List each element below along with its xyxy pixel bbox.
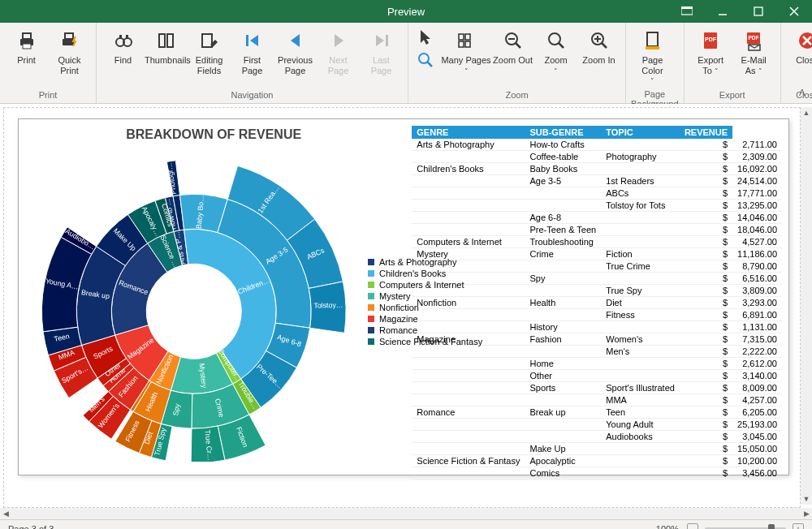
- vertical-scrollbar[interactable]: ▲ ▼: [801, 107, 812, 505]
- maximize-window-button[interactable]: [741, 0, 776, 23]
- close-preview-button[interactable]: Close: [786, 26, 812, 67]
- cell-topic: [601, 139, 680, 151]
- legend-swatch: [368, 316, 374, 322]
- cell-topic: Men's: [601, 346, 680, 358]
- close-red-icon: [786, 28, 812, 54]
- cell-subgenre: Pre-Teen & Teen: [525, 224, 601, 236]
- many-pages-button[interactable]: Many Pages ˅: [441, 26, 491, 77]
- currency-symbol: $: [680, 175, 732, 187]
- ribbon-group-label: Navigation: [102, 88, 403, 103]
- cell-subgenre: Age 3-5: [525, 175, 601, 187]
- next-page-button[interactable]: Next Page: [317, 26, 360, 77]
- page-color-button[interactable]: Page Color ˅: [631, 26, 674, 88]
- revenue-value: 25,193.00: [732, 419, 782, 431]
- ribbon-group-zoom: Many Pages ˅Zoom OutZoom ˅Zoom InZoom: [408, 23, 626, 103]
- cell-genre: Romance: [412, 406, 525, 419]
- scroll-up-icon[interactable]: ▲: [801, 107, 812, 118]
- currency-symbol: $: [680, 139, 732, 151]
- table-row: Age 6-8$14,046.00: [412, 212, 782, 224]
- revenue-value: 3,456.00: [732, 467, 782, 480]
- cell-topic: Diet: [601, 297, 680, 309]
- zoom-button[interactable]: Zoom ˅: [534, 26, 577, 77]
- print-button[interactable]: Print: [5, 26, 48, 67]
- zoom-plus-button[interactable]: +: [793, 523, 804, 530]
- find-button[interactable]: Find: [102, 26, 145, 67]
- cell-subgenre: Fashion: [525, 333, 601, 346]
- ribbon-button-label: Thumbnails: [145, 55, 188, 66]
- table-row: Science Fiction & FantasyApocalyptic$10,…: [412, 455, 782, 467]
- zoom-in-button[interactable]: Zoom In: [577, 26, 620, 67]
- ribbon-button-label: Editing Fields: [188, 55, 231, 75]
- printer-bolt-icon: [48, 28, 91, 54]
- legend-item: Magazine: [368, 314, 482, 324]
- legend-label: Science Fiction & Fantasy: [379, 337, 482, 346]
- chart-legend: Arts & PhotographyChildren's BooksComput…: [368, 257, 482, 348]
- ribbon-button-label: Print: [5, 55, 48, 66]
- horizontal-scrollbar[interactable]: ◀ ▶: [0, 508, 812, 519]
- cell-genre: [412, 419, 525, 431]
- last-page-button[interactable]: Last Page: [360, 26, 403, 77]
- zoom-icon: [534, 28, 577, 54]
- cell-genre: [412, 467, 525, 480]
- scroll-down-icon[interactable]: ▼: [801, 493, 812, 505]
- cell-subgenre: [525, 200, 601, 212]
- svg-line-30: [559, 43, 564, 48]
- revenue-value: 2,612.00: [732, 358, 782, 370]
- table-row: Arts & PhotographyHow-to Crafts$2,711.00: [412, 139, 782, 151]
- thumbnails-button[interactable]: Thumbnails: [145, 26, 188, 67]
- scroll-left-icon[interactable]: ◀: [0, 510, 11, 518]
- status-bar: Page 3 of 3 100% − +: [0, 519, 812, 529]
- quick-print-button[interactable]: Quick Print: [48, 26, 91, 77]
- currency-symbol: $: [680, 297, 732, 309]
- cell-subgenre: Age 6-8: [525, 212, 601, 224]
- ribbon-display-options-button[interactable]: [669, 0, 705, 23]
- table-row: Children's BooksBaby Books$16,092.00: [412, 163, 782, 175]
- revenue-value: 2,222.00: [732, 346, 782, 358]
- legend-label: Children's Books: [379, 269, 446, 278]
- cell-subgenre: Apocalyptic: [525, 455, 601, 467]
- title-bar: Preview: [0, 0, 812, 23]
- cell-topic: MMA: [601, 394, 680, 406]
- pointer-tool-button[interactable]: [413, 26, 438, 49]
- cell-genre: [412, 175, 525, 187]
- ribbon-button-label: Next Page: [317, 55, 360, 75]
- email-as-button[interactable]: PDFE-Mail As ˅: [732, 26, 775, 77]
- svg-rect-22: [459, 34, 464, 40]
- cell-subgenre: History: [525, 321, 601, 333]
- revenue-value: 6,205.00: [732, 406, 782, 419]
- next-icon: [317, 28, 360, 54]
- cell-topic: ABCs: [601, 187, 680, 200]
- currency-symbol: $: [680, 212, 732, 224]
- svg-rect-7: [23, 33, 31, 39]
- ribbon-button-label: Zoom In: [577, 55, 620, 66]
- close-window-button[interactable]: [776, 0, 812, 23]
- currency-symbol: $: [680, 273, 732, 285]
- currency-symbol: $: [680, 333, 732, 346]
- minimize-window-button[interactable]: [705, 0, 741, 23]
- cell-topic: True Spy: [601, 285, 680, 297]
- pdf-mail-icon: PDF: [732, 28, 775, 54]
- cell-genre: [412, 224, 525, 236]
- revenue-value: 6,516.00: [732, 273, 782, 285]
- editing-fields-button[interactable]: Editing Fields: [188, 26, 231, 77]
- magnifier-tool-button[interactable]: [413, 49, 438, 71]
- first-page-button[interactable]: First Page: [231, 26, 274, 77]
- collapse-ribbon-button[interactable]: ᐱ: [799, 88, 806, 98]
- cell-subgenre: Crime: [525, 248, 601, 260]
- svg-rect-24: [459, 41, 464, 47]
- export-to-button[interactable]: PDFExport To ˅: [689, 26, 732, 77]
- revenue-value: 4,527.00: [732, 236, 782, 248]
- cell-topic: [601, 321, 680, 333]
- scroll-right-icon[interactable]: ▶: [801, 510, 812, 518]
- zoom-minus-button[interactable]: −: [687, 523, 698, 530]
- revenue-value: 6,891.00: [732, 309, 782, 321]
- zoom-out-button[interactable]: Zoom Out: [491, 26, 534, 67]
- currency-symbol: $: [680, 467, 732, 480]
- previous-page-button[interactable]: Previous Page: [274, 26, 317, 77]
- revenue-value: 4,257.00: [732, 394, 782, 406]
- cell-genre: [412, 443, 525, 455]
- cell-topic: Young Adult: [601, 419, 680, 431]
- legend-item: Science Fiction & Fantasy: [368, 337, 482, 346]
- revenue-value: 8,009.00: [732, 382, 782, 394]
- revenue-value: 18,046.00: [732, 224, 782, 236]
